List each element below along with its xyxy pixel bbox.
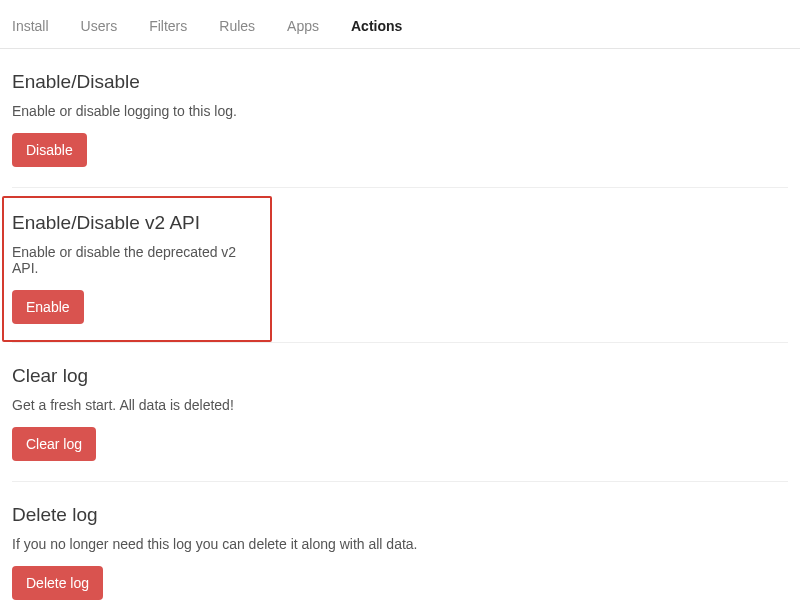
tab-install[interactable]: Install xyxy=(12,18,65,34)
content-area: Enable/Disable Enable or disable logging… xyxy=(0,49,800,600)
clear-log-button[interactable]: Clear log xyxy=(12,427,96,461)
tab-apps[interactable]: Apps xyxy=(271,18,335,34)
section-v2-api: Enable/Disable v2 API Enable or disable … xyxy=(2,196,272,342)
section-description: Enable or disable the deprecated v2 API. xyxy=(12,244,262,276)
tab-users[interactable]: Users xyxy=(65,18,134,34)
section-delete-log: Delete log If you no longer need this lo… xyxy=(12,482,788,600)
section-description: Enable or disable logging to this log. xyxy=(12,103,788,119)
delete-log-button[interactable]: Delete log xyxy=(12,566,103,600)
section-description: Get a fresh start. All data is deleted! xyxy=(12,397,788,413)
tab-filters[interactable]: Filters xyxy=(133,18,203,34)
section-enable-disable: Enable/Disable Enable or disable logging… xyxy=(12,49,788,188)
disable-button[interactable]: Disable xyxy=(12,133,87,167)
section-title: Enable/Disable xyxy=(12,71,788,93)
enable-button[interactable]: Enable xyxy=(12,290,84,324)
tabs-bar: Install Users Filters Rules Apps Actions xyxy=(0,0,800,49)
section-title: Enable/Disable v2 API xyxy=(12,212,262,234)
section-description: If you no longer need this log you can d… xyxy=(12,536,788,552)
section-clear-log: Clear log Get a fresh start. All data is… xyxy=(12,343,788,482)
section-title: Clear log xyxy=(12,365,788,387)
tab-actions[interactable]: Actions xyxy=(335,18,418,34)
tab-rules[interactable]: Rules xyxy=(203,18,271,34)
section-title: Delete log xyxy=(12,504,788,526)
